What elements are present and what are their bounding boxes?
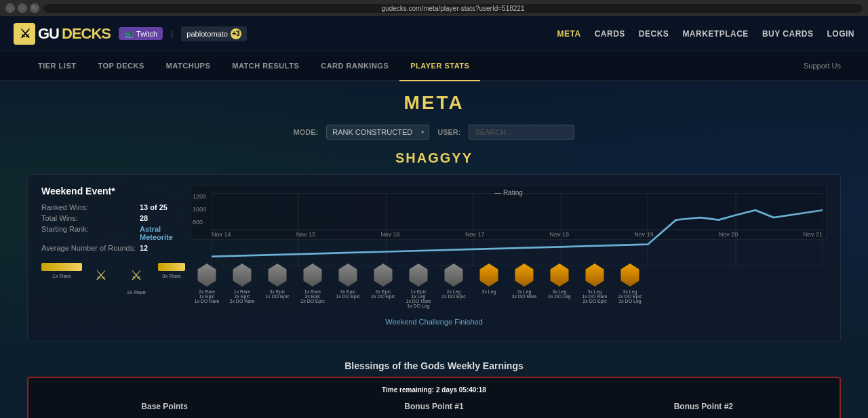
reward-icon-common-2 [232,264,252,287]
card-reward-hex6: 2x Epic 2x DO Epic [367,263,399,299]
card-icon-hex2 [230,263,254,287]
sidebar-item-matchups[interactable]: MATCHUPS [155,51,222,81]
logo-gu: GU [38,25,59,43]
page-title: META [0,92,868,114]
browser-controls[interactable]: ‹ › ↻ [5,3,39,13]
blessing-bonus2-title: Bonus Point #2 [674,402,733,411]
blessings-title: Blessings of the Gods Weekly Earnings [27,352,841,377]
chart-x-nov19: Nov 19 [634,231,654,238]
username: pablotomato [186,30,228,38]
nav-marketplace[interactable]: MARKETPLACE [682,29,749,39]
top-nav: ⚔ GUDECKS 📺 Twitch | pablotomato +3 META… [0,16,868,51]
stats-panel: Weekend Event* Ranked Wins: 13 of 25 Tot… [27,174,841,341]
sidebar-item-top-decks[interactable]: TOP DECKS [87,51,155,81]
gold-bar-3 [158,263,185,271]
card-reward-hex9: 3x Leg [473,263,505,294]
avg-rounds-val: 12 [140,244,148,252]
challenge-finished[interactable]: Weekend Challenge Finished [41,314,827,330]
card-reward-gold1: 1x Rare [41,263,82,279]
hex7-label: 1x Epic 1x Leg 1x DO Rare 1x DO Leg [406,289,431,308]
chart-y-1200: 1200 [193,193,206,200]
twitch-button[interactable]: 📺 Twitch [119,27,163,40]
page-title-area: META [0,81,868,119]
nav-right: META CARDS DECKS MARKETPLACE BUY CARDS L… [557,29,854,39]
logo[interactable]: ⚔ GUDECKS [14,23,111,45]
nav-buy-cards[interactable]: BUY CARDS [762,29,814,39]
sidebar-item-player-stats[interactable]: PLAYER STATS [399,51,480,81]
card-icon-hex11 [547,263,572,287]
avg-rounds-key: Average Number of Rounds: [41,244,140,252]
ranked-wins-val: 13 of 25 [140,203,167,211]
sec-nav-items: TIER LIST TOP DECKS MATCHUPS MATCH RESUL… [27,51,480,80]
chart-x-nov17: Nov 17 [465,231,485,238]
blessing-base-title: Base Points [141,402,188,411]
chart-x-nov18: Nov 18 [550,231,570,238]
card-icon-hex12 [583,263,607,287]
search-input[interactable] [469,125,574,140]
nav-login[interactable]: LOGIN [827,29,855,39]
time-remaining-label: Time remaining: [382,386,434,394]
reward-icon-common-8 [443,264,464,287]
main-content: Weekend Event* Ranked Wins: 13 of 25 Tot… [0,174,868,418]
hex10-label: 3x Leg 3x DO Rare [512,289,537,299]
card-icon-hex4 [300,263,325,287]
hex4-label: 1x Rare 3x Epic 2x DO Epic [300,289,324,304]
card-icon-sword2: ⚔ [124,263,149,287]
refresh-button[interactable]: ↻ [30,3,39,13]
card-reward-hex1: 2x Rare 1x Epic 1x DO Rare [191,263,223,304]
nav-decks[interactable]: DECKS [639,29,669,39]
blessing-col-base: Base Points Matches: 20/20 [37,402,292,418]
sidebar-item-card-rankings[interactable]: CARD RANKINGS [310,51,399,81]
reward-icon-common-4 [302,264,323,287]
sidebar-item-tier-list[interactable]: TIER LIST [27,51,87,81]
gold-label-1: 1x Rare [52,273,71,279]
reward-icon-common-6 [373,264,393,287]
nav-meta[interactable]: META [557,29,581,39]
card-reward-gold2: ⚔ 2x Rare [120,263,153,295]
ranked-wins-key: Ranked Wins: [41,203,140,211]
back-button[interactable]: ‹ [5,3,15,13]
browser-url: gudecks.com/meta/player-stats?userId=518… [43,4,863,13]
chart-y-800: 800 [193,219,206,226]
stats-table: Ranked Wins: 13 of 25 Total Wins: 28 Sta… [41,203,177,252]
starting-rank-val[interactable]: Astral Meteorite [140,225,177,241]
hex1-label: 2x Rare 1x Epic 1x DO Rare [195,289,220,304]
reward-icon-common-5 [338,264,358,287]
mode-select[interactable]: RANK CONSTRUCTED [326,125,429,140]
forward-button[interactable]: › [18,3,27,13]
gold-label-3: 3x Rare [162,273,181,279]
card-icon-hex8 [441,263,466,287]
hex13-label: 3x Leg 2x DO Epic 3x DO Leg [618,289,642,304]
card-reward-hex5: 3x Epic 1x DO Epic [332,263,364,299]
blessings-grid: Base Points Matches: 20/20 [37,402,831,418]
card-icon-hex13 [618,263,642,287]
chart-x-labels: Nov 14 Nov 15 Nov 16 Nov 17 Nov 18 Nov 1… [212,231,823,238]
stats-row-starting-rank: Starting Rank: Astral Meteorite [41,225,177,241]
card-icon-hex5 [336,263,360,287]
total-wins-key: Total Wins: [41,214,140,222]
chart-x-nov15: Nov 15 [296,231,316,238]
blessing-col-bonus2: Bonus Point #2 Matches: 20/20 [576,402,831,418]
sidebar-item-match-results[interactable]: MATCH RESULTS [221,51,310,81]
reward-icon-leg-4 [585,264,605,287]
weekend-title: Weekend Event* [41,186,177,196]
mode-select-wrapper[interactable]: RANK CONSTRUCTED [326,125,429,140]
nav-cards[interactable]: CARDS [595,29,625,39]
chart-x-nov21: Nov 21 [803,231,823,238]
nav-left: ⚔ GUDECKS 📺 Twitch | pablotomato +3 [14,23,247,45]
twitch-label: Twitch [136,30,157,38]
logo-decks: DECKS [62,25,111,43]
card-reward-hex4: 1x Rare 3x Epic 2x DO Epic [296,263,329,304]
card-icon-hex10 [512,263,536,287]
user-badge[interactable]: pablotomato +3 [181,26,247,41]
hex8-label: 2x Leg 2x DO Epic [441,289,465,299]
reward-icon-leg-3 [549,264,570,287]
card-icon-hex9 [477,263,501,287]
gold-bar-1 [41,263,82,271]
time-remaining: Time remaining: 2 days 05:40:18 [37,386,831,394]
total-wins-val: 28 [140,214,148,222]
card-reward-hex12: 3x Leg 1x DO Rare 2x DO Epic [578,263,611,304]
chart-x-nov16: Nov 16 [380,231,400,238]
card-reward-hex2: 1x Rare 2x Epic 2x DO Rare [226,263,258,304]
support-button[interactable]: Support Us [804,62,841,70]
